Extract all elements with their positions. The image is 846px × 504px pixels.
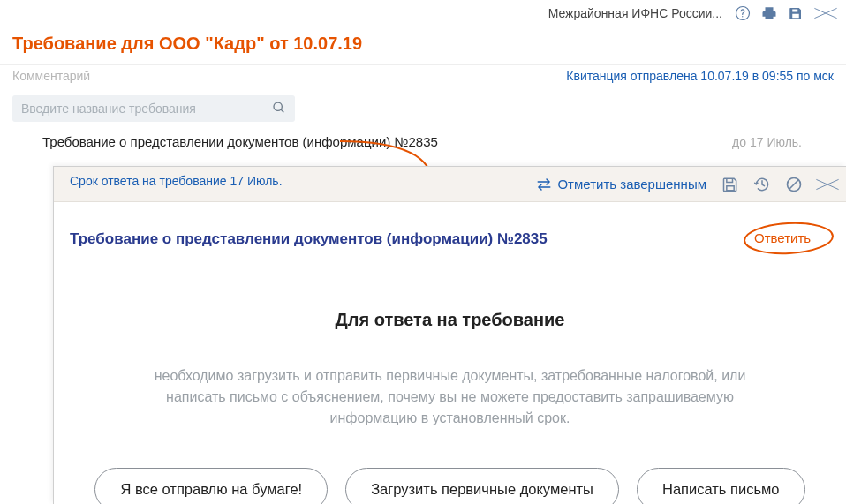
panel-body: Для ответа на требование необходимо загр… <box>54 260 846 504</box>
action-row: Я все отправлю на бумаге! Загрузить перв… <box>107 468 793 504</box>
close-icon[interactable] <box>812 4 839 23</box>
panel-save-icon[interactable] <box>719 173 742 196</box>
receipt-status: Квитанция отправлена 10.07.19 в 09:55 по… <box>566 69 834 83</box>
cancel-icon[interactable] <box>782 173 805 196</box>
requirement-label: Требование о представлении документов (и… <box>42 134 438 149</box>
panel-body-text: необходимо загрузить и отправить первичн… <box>132 365 768 429</box>
reply-wrap: Ответить <box>749 225 830 253</box>
panel-close-icon[interactable] <box>814 175 841 194</box>
page-title: Требование для ООО "Кадр" от 10.07.19 <box>12 34 834 54</box>
reply-button[interactable]: Ответить <box>749 225 816 252</box>
mark-complete-button[interactable]: Отметить завершенным <box>536 177 706 192</box>
svg-line-3 <box>281 109 283 112</box>
panel-body-heading: Для ответа на требование <box>107 310 793 330</box>
search-icon[interactable] <box>272 101 286 117</box>
title-row: Требование для ООО "Кадр" от 10.07.19 <box>0 26 846 64</box>
history-icon[interactable] <box>751 173 774 196</box>
svg-point-2 <box>274 102 282 110</box>
search-box[interactable] <box>12 95 295 122</box>
sub-row: Комментарий Квитанция отправлена 10.07.1… <box>0 64 846 92</box>
send-paper-button[interactable]: Я все отправлю на бумаге! <box>94 468 328 504</box>
help-icon[interactable] <box>733 4 752 23</box>
requirement-row[interactable]: Требование о представлении документов (и… <box>0 132 846 154</box>
mark-complete-label: Отметить завершенным <box>557 177 706 192</box>
panel-requirement-title: Требование о представлении документов (и… <box>70 230 548 248</box>
print-icon[interactable] <box>759 4 779 23</box>
comment-placeholder[interactable]: Комментарий <box>12 69 90 83</box>
svg-point-1 <box>742 16 743 17</box>
save-icon[interactable] <box>786 4 805 23</box>
requirement-deadline: до 17 Июль. <box>732 135 802 149</box>
search-input[interactable] <box>21 102 272 116</box>
write-letter-button[interactable]: Написать письмо <box>637 468 805 504</box>
detail-panel: Срок ответа на требование 17 Июль. Отмет… <box>53 166 846 504</box>
panel-deadline-text: Срок ответа на требование 17 Июль. <box>70 174 283 188</box>
app-top-bar: Межрайонная ИФНС России... <box>0 0 846 26</box>
upload-docs-button[interactable]: Загрузить первичные документы <box>345 468 619 504</box>
org-name: Межрайонная ИФНС России... <box>548 6 722 20</box>
panel-header-row: Требование о представлении документов (и… <box>54 202 846 260</box>
panel-toolbar: Срок ответа на требование 17 Июль. Отмет… <box>54 167 846 202</box>
svg-line-5 <box>789 180 798 189</box>
